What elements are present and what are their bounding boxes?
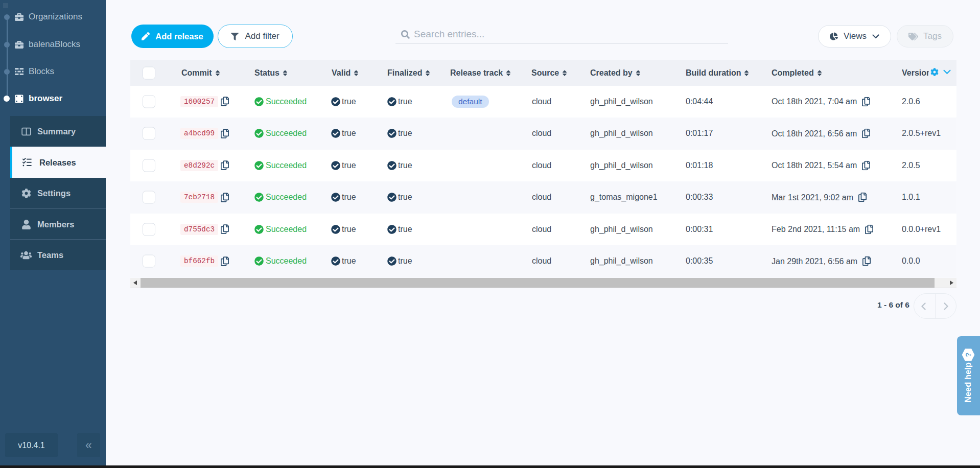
svg-text:?: ? <box>964 353 972 357</box>
